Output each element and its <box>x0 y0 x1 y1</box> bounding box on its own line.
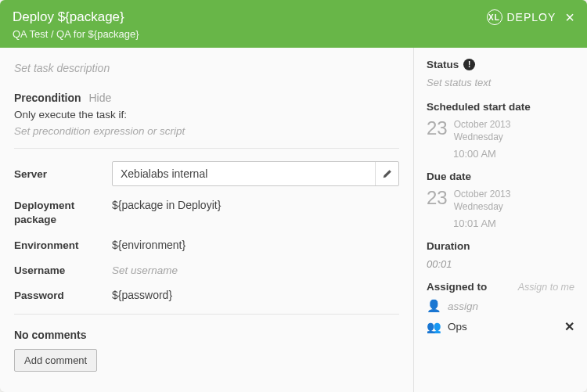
due-day: 23 <box>427 189 448 207</box>
logo-icon: XL <box>487 9 502 25</box>
divider <box>14 314 399 315</box>
assignee-row[interactable]: 👤 assign <box>427 299 574 313</box>
server-input[interactable] <box>113 162 375 185</box>
username-label: Username <box>14 264 112 276</box>
no-comments-label: No comments <box>14 329 399 341</box>
status-input[interactable]: Set status text <box>427 77 574 88</box>
status-label: Status <box>427 59 459 70</box>
side-panel: Status ! Set status text Scheduled start… <box>413 48 587 392</box>
divider <box>14 148 399 149</box>
due-month-year: October 2013 <box>454 189 511 201</box>
pencil-icon <box>383 169 392 178</box>
add-comment-button[interactable]: Add comment <box>14 349 97 372</box>
password-label: Password <box>14 290 112 301</box>
close-icon[interactable]: × <box>565 9 574 25</box>
sched-day: 23 <box>427 119 448 138</box>
breadcrumb: QA Test / QA for ${package} <box>13 28 139 40</box>
modal-title: Deploy ${package} <box>13 9 139 25</box>
assigned-to-label: Assigned to <box>427 281 487 293</box>
product-logo: XL DEPLOY <box>487 9 556 25</box>
due-time: 10:01 AM <box>453 218 574 229</box>
due-weekday: Wednesday <box>454 201 511 214</box>
modal-body: Set task description Precondition Hide O… <box>0 48 587 392</box>
password-value: ${password} <box>112 289 399 301</box>
group-icon: 👥 <box>427 320 441 334</box>
scheduled-start-date[interactable]: 23 October 2013 Wednesday <box>427 119 574 143</box>
logo-text: DEPLOY <box>507 11 556 23</box>
due-date-label: Due date <box>427 171 574 182</box>
environment-label: Environment <box>14 239 112 251</box>
scheduled-start-label: Scheduled start date <box>427 101 574 113</box>
due-date[interactable]: 23 October 2013 Wednesday <box>427 189 574 213</box>
server-edit-button[interactable] <box>375 162 398 185</box>
server-input-wrap <box>112 161 399 186</box>
sched-weekday: Wednesday <box>454 131 511 144</box>
precondition-input[interactable]: Set precondition expression or script <box>14 125 399 137</box>
remove-group-icon[interactable]: ✕ <box>564 319 574 334</box>
deployment-package-value: ${package in Deployit} <box>112 199 399 211</box>
duration-value: 00:01 <box>427 258 574 270</box>
task-modal: Deploy ${package} QA Test / QA for ${pac… <box>0 0 587 392</box>
username-input[interactable]: Set username <box>112 264 178 276</box>
precondition-subtitle: Only execute the task if: <box>14 109 399 120</box>
sched-month-year: October 2013 <box>454 119 511 131</box>
precondition-hide-link[interactable]: Hide <box>88 92 111 104</box>
environment-value: ${environment} <box>112 239 399 251</box>
sched-time: 10:00 AM <box>453 148 574 160</box>
assignee-placeholder: assign <box>448 300 478 312</box>
task-description-input[interactable]: Set task description <box>14 62 399 74</box>
deployment-package-label: Deployment package <box>14 199 112 226</box>
warning-icon: ! <box>463 59 475 70</box>
server-label: Server <box>14 168 112 180</box>
duration-label: Duration <box>427 240 574 252</box>
main-panel: Set task description Precondition Hide O… <box>0 48 413 392</box>
precondition-label: Precondition <box>14 92 81 104</box>
modal-header: Deploy ${package} QA Test / QA for ${pac… <box>0 0 587 48</box>
assign-to-me-link[interactable]: Assign to me <box>518 282 574 293</box>
user-icon: 👤 <box>427 299 441 313</box>
ops-group: Ops <box>448 321 467 333</box>
